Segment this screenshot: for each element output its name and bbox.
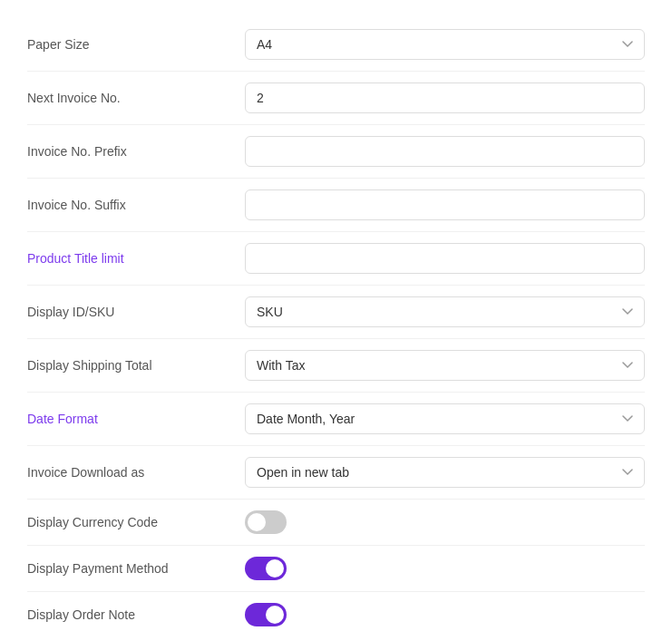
- control-next-invoice-no: [245, 83, 645, 113]
- select-paper-size[interactable]: A4LetterLegal: [245, 29, 645, 60]
- select-invoice-download-as[interactable]: Open in new tabDownloadPreview: [245, 457, 645, 488]
- row-date-format: Date FormatDate Month, YearMonth Date, Y…: [27, 393, 645, 446]
- label-display-currency-code: Display Currency Code: [27, 515, 245, 529]
- label-invoice-download-as: Invoice Download as: [27, 465, 245, 480]
- toggle-slider-display-order-note: [245, 603, 287, 626]
- label-next-invoice-no: Next Invoice No.: [27, 91, 245, 105]
- label-display-id-sku: Display ID/SKU: [27, 305, 245, 319]
- label-product-title-limit: Product Title limit: [27, 251, 245, 266]
- toggle-display-payment-method[interactable]: [245, 557, 287, 580]
- row-display-id-sku: Display ID/SKUSKUIDBothNone: [27, 286, 645, 339]
- label-display-order-note: Display Order Note: [27, 607, 245, 622]
- label-paper-size: Paper Size: [27, 37, 245, 52]
- control-display-order-note: [245, 603, 645, 626]
- row-invoice-suffix: Invoice No. Suffix: [27, 179, 645, 232]
- control-display-shipping-total: With TaxWithout TaxBoth: [245, 350, 645, 381]
- input-next-invoice-no[interactable]: [245, 83, 645, 113]
- row-display-shipping-total: Display Shipping TotalWith TaxWithout Ta…: [27, 339, 645, 393]
- toggle-display-order-note[interactable]: [245, 603, 287, 626]
- select-display-id-sku[interactable]: SKUIDBothNone: [245, 296, 645, 327]
- row-product-title-limit: Product Title limit: [27, 232, 645, 286]
- label-display-shipping-total: Display Shipping Total: [27, 358, 245, 373]
- label-invoice-suffix: Invoice No. Suffix: [27, 198, 245, 212]
- control-display-id-sku: SKUIDBothNone: [245, 296, 645, 327]
- input-invoice-prefix[interactable]: [245, 136, 645, 167]
- input-product-title-limit[interactable]: [245, 243, 645, 274]
- control-display-payment-method: [245, 557, 645, 580]
- row-invoice-prefix: Invoice No. Prefix: [27, 125, 645, 179]
- control-paper-size: A4LetterLegal: [245, 29, 645, 60]
- label-display-payment-method: Display Payment Method: [27, 561, 245, 576]
- row-invoice-download-as: Invoice Download asOpen in new tabDownlo…: [27, 446, 645, 500]
- row-display-order-note: Display Order Note: [27, 592, 645, 631]
- select-date-format[interactable]: Date Month, YearMonth Date, YearYear-Mon…: [245, 403, 645, 434]
- toggle-display-currency-code[interactable]: [245, 510, 287, 534]
- row-display-currency-code: Display Currency Code: [27, 500, 645, 546]
- control-invoice-prefix: [245, 136, 645, 167]
- row-display-payment-method: Display Payment Method: [27, 546, 645, 592]
- row-next-invoice-no: Next Invoice No.: [27, 72, 645, 125]
- control-display-currency-code: [245, 510, 645, 534]
- control-date-format: Date Month, YearMonth Date, YearYear-Mon…: [245, 403, 645, 434]
- select-display-shipping-total[interactable]: With TaxWithout TaxBoth: [245, 350, 645, 381]
- input-invoice-suffix[interactable]: [245, 189, 645, 220]
- label-date-format: Date Format: [27, 412, 245, 426]
- control-invoice-download-as: Open in new tabDownloadPreview: [245, 457, 645, 488]
- toggle-slider-display-payment-method: [245, 557, 287, 580]
- row-paper-size: Paper SizeA4LetterLegal: [27, 18, 645, 72]
- control-product-title-limit: [245, 243, 645, 274]
- toggle-slider-display-currency-code: [245, 510, 287, 534]
- control-invoice-suffix: [245, 189, 645, 220]
- label-invoice-prefix: Invoice No. Prefix: [27, 144, 245, 159]
